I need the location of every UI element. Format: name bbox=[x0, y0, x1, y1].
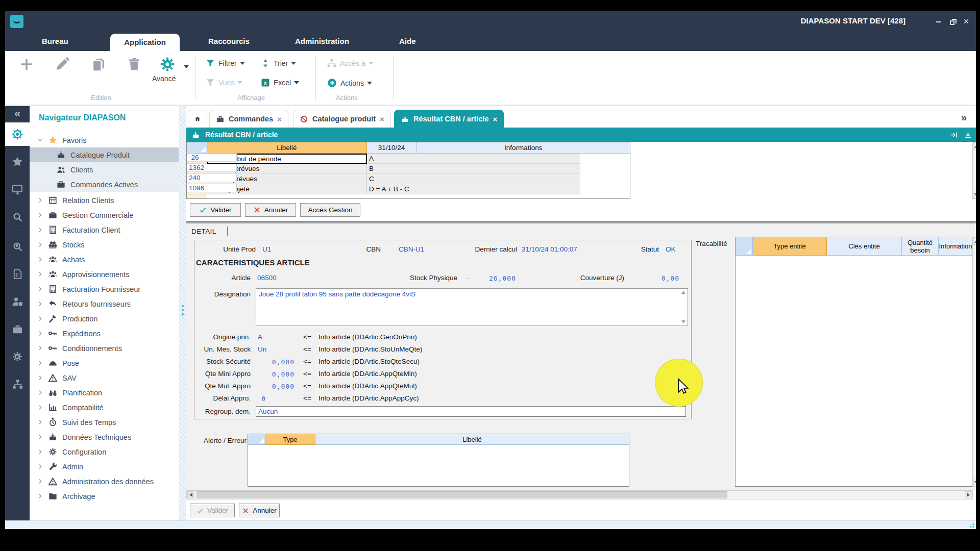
tab-overflow-icon[interactable]: » bbox=[961, 112, 967, 123]
table-row[interactable]: 2 Entrées prévues 1362 B bbox=[187, 164, 630, 174]
un-mes-stock-value[interactable]: Un bbox=[258, 345, 266, 353]
menu-aide[interactable]: Aide bbox=[399, 32, 416, 51]
qte-mul-appro-value[interactable]: 0,000 bbox=[254, 383, 295, 390]
sidebar-item-sav[interactable]: SAV bbox=[30, 370, 179, 385]
excel-button[interactable]: Excel bbox=[260, 78, 299, 88]
edit-icon[interactable] bbox=[54, 56, 70, 72]
sidebar-item-planification[interactable]: Planification bbox=[30, 385, 179, 400]
acces-gestion-button[interactable]: Accès Gestion bbox=[300, 203, 360, 217]
close-button[interactable]: × bbox=[961, 16, 972, 27]
statut-value[interactable]: OK bbox=[666, 245, 676, 253]
qte-mini-appro-value[interactable]: 0,000 bbox=[254, 370, 295, 378]
tab-commandes[interactable]: Commandes × bbox=[209, 110, 288, 128]
scroll-up-icon[interactable] bbox=[973, 237, 976, 245]
article-value[interactable]: 06500 bbox=[257, 274, 277, 282]
minimize-button[interactable] bbox=[933, 16, 944, 27]
monitor-icon[interactable] bbox=[5, 178, 30, 201]
scroll-up-icon[interactable] bbox=[681, 291, 685, 294]
tab-detail[interactable]: DETAIL bbox=[191, 228, 216, 235]
filtrer-button[interactable]: Filtrer bbox=[205, 58, 245, 68]
grid-vertical-scrollbar[interactable] bbox=[972, 142, 976, 199]
unite-prod-value[interactable]: U1 bbox=[262, 245, 271, 253]
sidebar-item-facturation-fournisseur[interactable]: Facturation Fournisseur bbox=[30, 282, 179, 296]
annuler-button[interactable]: Annuler bbox=[245, 203, 296, 217]
avance-label[interactable]: Avancé bbox=[152, 74, 176, 83]
close-tab-icon[interactable]: × bbox=[493, 115, 497, 123]
origine-prin-value[interactable]: A bbox=[258, 333, 262, 341]
scrollbar-thumb[interactable] bbox=[197, 491, 727, 498]
sidebar-item-commandes-actives[interactable]: Commandes Actives bbox=[30, 177, 179, 192]
copy-icon[interactable] bbox=[91, 57, 107, 72]
briefcase-icon[interactable] bbox=[5, 317, 30, 341]
restore-button[interactable] bbox=[946, 16, 958, 27]
cbn-value[interactable]: CBN-U1 bbox=[399, 245, 424, 253]
scroll-up-icon[interactable] bbox=[973, 142, 976, 150]
actions-button[interactable]: Actions bbox=[327, 78, 372, 88]
sidebar-item-achats[interactable]: Achats bbox=[30, 252, 179, 267]
table-corner-cell[interactable] bbox=[248, 434, 265, 445]
table-row[interactable]: 3 Sorties prévues 240 C bbox=[187, 174, 630, 184]
table-row[interactable]: 4 Stock projeté 1096 D = A + B - C bbox=[187, 184, 630, 194]
favorites-star-icon[interactable] bbox=[5, 150, 30, 173]
sidebar-item-gestion-commerciale[interactable]: Gestion Commerciale bbox=[30, 208, 179, 222]
grid-header-informations[interactable]: Informations bbox=[417, 142, 630, 154]
avance-caret-icon[interactable] bbox=[184, 65, 189, 68]
add-icon[interactable] bbox=[18, 56, 35, 72]
sidebar-item-archivage[interactable]: Archivage bbox=[30, 489, 179, 504]
search-location-icon[interactable] bbox=[5, 235, 30, 258]
grid-header-libelle[interactable]: Libellé bbox=[207, 142, 367, 154]
table-row[interactable]: 1 Stock début de période -26 A bbox=[187, 154, 630, 164]
stock-securite-value[interactable]: 0,000 bbox=[254, 358, 295, 366]
scroll-down-icon[interactable] bbox=[973, 479, 976, 486]
sidebar-item-donnees-techniques[interactable]: Données Techniques bbox=[30, 430, 179, 444]
delete-icon[interactable] bbox=[127, 57, 142, 72]
grid-corner-cell[interactable] bbox=[187, 142, 207, 154]
designation-textarea[interactable]: Joue 28 profil talon 95 sans patte dodéc… bbox=[256, 288, 688, 326]
alerte-header-libelle[interactable]: Libellé bbox=[315, 434, 629, 445]
trier-button[interactable]: Trier bbox=[260, 58, 296, 68]
invoice-euro-icon[interactable] bbox=[5, 262, 30, 286]
search-icon[interactable] bbox=[5, 205, 30, 229]
menu-raccourcis[interactable]: Raccourcis bbox=[208, 32, 250, 51]
sidebar-item-clients[interactable]: Clients bbox=[30, 162, 179, 177]
sidebar-item-pose[interactable]: Pose bbox=[30, 356, 179, 370]
trac-header-information[interactable]: Information bbox=[939, 237, 972, 256]
sidebar-item-expeditions[interactable]: Expéditions bbox=[30, 326, 179, 341]
collapse-sidebar-icon[interactable]: « bbox=[5, 107, 30, 120]
sidebar-item-favoris[interactable]: Favoris bbox=[30, 133, 179, 147]
delai-appro-value[interactable]: 0 bbox=[235, 395, 266, 403]
sitemap-icon[interactable] bbox=[5, 372, 30, 396]
tab-home[interactable] bbox=[188, 110, 207, 128]
sidebar-item-relation-clients[interactable]: Relation Clients bbox=[30, 193, 179, 208]
sidebar-item-approvisionnements[interactable]: Approvisionnements bbox=[30, 267, 179, 282]
trac-header-type-entite[interactable]: Type entité bbox=[753, 237, 827, 256]
close-tab-icon[interactable]: × bbox=[277, 115, 282, 123]
menu-bureau[interactable]: Bureau bbox=[42, 32, 68, 51]
tab-catalogue-produit[interactable]: Catalogue produit × bbox=[293, 110, 391, 128]
scroll-right-icon[interactable] bbox=[965, 491, 971, 498]
menu-administration[interactable]: Administration bbox=[295, 32, 349, 51]
tab-resultat-cbn-article[interactable]: Résultat CBN / article × bbox=[394, 110, 504, 128]
sidebar-item-retours-fournisseurs[interactable]: Retours fournisseurs bbox=[30, 296, 179, 311]
sidebar-item-production[interactable]: Production bbox=[30, 311, 179, 326]
scroll-down-icon[interactable] bbox=[973, 191, 976, 198]
trac-header-cles-entite[interactable]: Clés entité bbox=[827, 237, 902, 256]
navigator-helm-icon[interactable] bbox=[5, 122, 30, 146]
sidebar-item-comptabilite[interactable]: Comptabilité bbox=[30, 400, 179, 415]
menu-application[interactable]: Application bbox=[110, 34, 180, 51]
sidebar-item-suivi-des-temps[interactable]: Suivi des Temps bbox=[30, 415, 179, 430]
grid-header-date[interactable]: 31/10/24 bbox=[367, 142, 417, 154]
sidebar-item-admin[interactable]: Admin bbox=[30, 459, 179, 474]
tracabilite-vertical-scrollbar[interactable] bbox=[972, 237, 976, 487]
sidebar-item-administration-des-donnees[interactable]: Administration des données bbox=[30, 474, 179, 489]
trac-header-quantite-besoin[interactable]: Quantité besoin bbox=[902, 237, 939, 256]
scroll-down-icon[interactable] bbox=[681, 320, 685, 323]
sidebar-item-facturation-client[interactable]: Facturation Client bbox=[30, 222, 179, 237]
dernier-calcul-value[interactable]: 31/10/24 01:00:07 bbox=[522, 245, 577, 253]
regroup-dem-input[interactable]: Aucun bbox=[256, 406, 686, 417]
advanced-gear-icon[interactable] bbox=[158, 55, 177, 73]
annuler-bottom-button[interactable]: Annuler bbox=[239, 504, 280, 517]
close-tab-icon[interactable]: × bbox=[380, 115, 384, 123]
horizontal-scrollbar[interactable] bbox=[186, 490, 973, 499]
sidebar-item-stocks[interactable]: Stocks bbox=[30, 237, 179, 252]
